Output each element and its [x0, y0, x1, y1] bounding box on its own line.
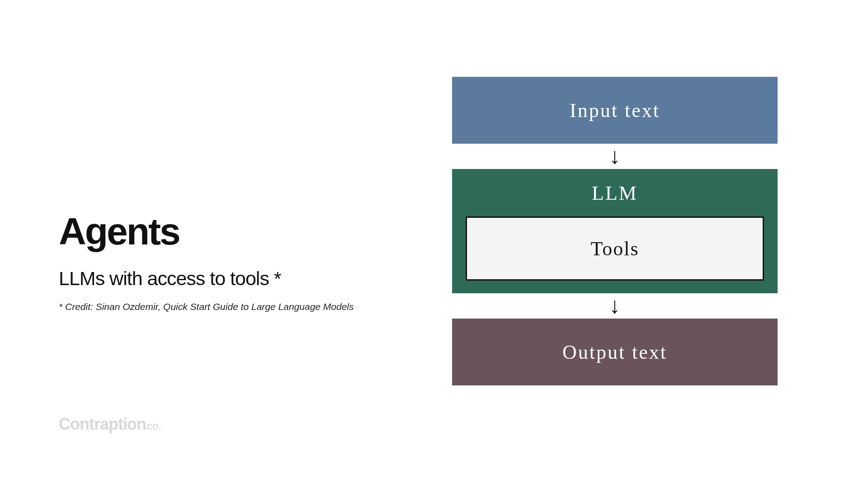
slide-title: Agents — [59, 212, 402, 250]
output-box-label: Output text — [562, 341, 667, 364]
input-box-label: Input text — [570, 99, 660, 122]
brand-logo: ContraptionCO. — [59, 415, 161, 434]
left-column: Agents LLMs with access to tools * * Cre… — [59, 212, 402, 312]
llm-box: LLM Tools — [452, 169, 778, 293]
logo-suffix: CO. — [146, 422, 161, 432]
logo-main: Contraption — [59, 415, 146, 433]
arrow-down-icon: ↓ — [609, 145, 621, 167]
slide-subtitle: LLMs with access to tools * — [59, 267, 402, 290]
tools-box-label: Tools — [590, 237, 639, 260]
flow-diagram: Input text ↓ LLM Tools ↓ Output text — [452, 77, 778, 385]
slide: Agents LLMs with access to tools * * Cre… — [0, 0, 868, 488]
arrow-down-icon: ↓ — [609, 294, 621, 317]
output-box: Output text — [452, 319, 778, 385]
credit-line: * Credit: Sinan Ozdemir, Quick Start Gui… — [59, 301, 402, 312]
tools-box: Tools — [466, 216, 764, 281]
input-box: Input text — [452, 77, 778, 144]
llm-box-label: LLM — [592, 182, 638, 205]
